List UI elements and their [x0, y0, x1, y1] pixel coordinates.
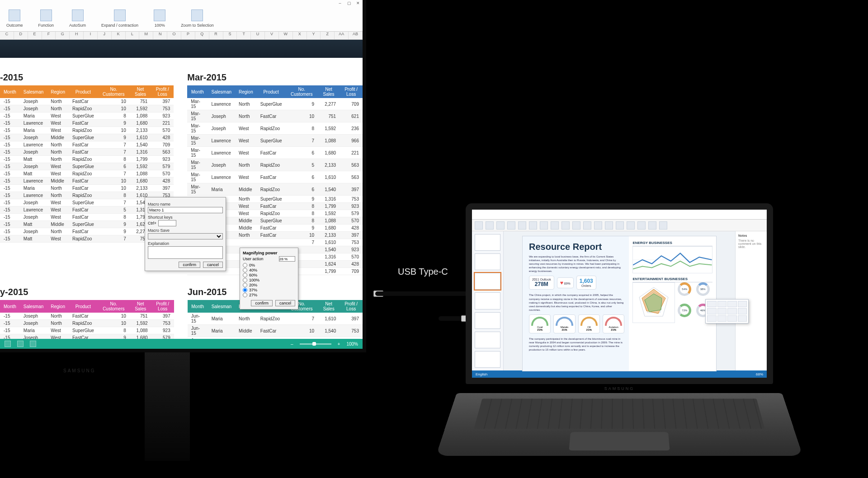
table-cell[interactable]: North: [47, 98, 69, 105]
table-cell[interactable]: Middle: [47, 349, 69, 353]
table-cell[interactable]: 9: [98, 349, 130, 353]
col-header-J[interactable]: J: [98, 32, 112, 39]
table-cell[interactable]: Joseph: [20, 98, 47, 105]
table-cell[interactable]: SuperGlue: [257, 135, 286, 147]
table-cell[interactable]: 1,610: [130, 349, 151, 353]
ribbon-btn[interactable]: [648, 221, 656, 230]
zoom-option[interactable]: 100%: [243, 278, 295, 282]
table-cell[interactable]: Matt: [20, 170, 47, 178]
table-row[interactable]: Mar-15LawrenceWestFastCar61,680221: [187, 147, 363, 159]
table-header[interactable]: Salesman: [20, 300, 47, 313]
table-cell[interactable]: SuperGlue: [69, 134, 98, 141]
table-cell[interactable]: Joseph: [20, 199, 47, 206]
macro-save-select[interactable]: [148, 233, 223, 239]
zoom-confirm-button[interactable]: confirm: [251, 300, 273, 306]
table-row[interactable]: -15MattWestRapidZoo71,088570: [0, 170, 174, 178]
table-cell[interactable]: Maria: [208, 183, 235, 196]
table-cell[interactable]: North: [235, 196, 257, 203]
table-cell[interactable]: 563: [340, 159, 363, 171]
table-header[interactable]: Region: [235, 85, 257, 98]
ribbon-btn[interactable]: [627, 221, 635, 230]
table-cell[interactable]: SuperGlue: [69, 349, 98, 353]
table-cell[interactable]: FastCar: [69, 149, 98, 156]
table-cell[interactable]: Joseph: [20, 163, 47, 170]
table-cell[interactable]: West: [47, 163, 69, 170]
slide-thumb[interactable]: [475, 351, 500, 368]
table-cell[interactable]: 1,592: [130, 105, 151, 112]
col-header-V[interactable]: V: [265, 32, 279, 39]
table-cell[interactable]: RapidZoo: [257, 159, 286, 171]
table-cell[interactable]: SuperGlue: [257, 196, 286, 203]
table-cell[interactable]: 1,540: [318, 325, 340, 337]
table-cell[interactable]: 1,540: [318, 246, 340, 253]
table-header[interactable]: Profit / Loss: [151, 300, 174, 313]
table-cell[interactable]: 5: [98, 206, 130, 214]
mini-tool-btn[interactable]: [727, 308, 737, 314]
table-cell[interactable]: 1,088: [318, 217, 340, 225]
ribbon-btn[interactable]: [551, 221, 559, 230]
col-header-AB[interactable]: AB: [349, 32, 363, 39]
table-cell[interactable]: Middle: [235, 183, 257, 196]
table-row[interactable]: -15LawrenceNorthFastCar71,540709: [0, 141, 174, 149]
table-cell[interactable]: -15: [0, 185, 20, 192]
zoom-cancel-button[interactable]: cancel: [275, 300, 295, 306]
table-cell[interactable]: 8: [98, 156, 130, 163]
col-header-K[interactable]: K: [112, 32, 126, 39]
zoom-radio[interactable]: [243, 263, 247, 267]
table-cell[interactable]: 1,088: [318, 135, 340, 147]
table-cell[interactable]: 570: [340, 217, 363, 225]
table-cell[interactable]: -15: [0, 349, 20, 353]
table-cell[interactable]: [235, 239, 257, 246]
table-cell[interactable]: West: [47, 214, 69, 221]
table-cell[interactable]: FastCar: [69, 120, 98, 127]
table-cell[interactable]: FastCar: [69, 141, 98, 149]
table-cell[interactable]: 1,088: [130, 170, 151, 178]
zoom-option[interactable]: 0%: [243, 263, 295, 267]
table-row[interactable]: -15MariaMiddleSuperGlue91,610428: [0, 349, 174, 353]
table-header[interactable]: Region: [47, 85, 69, 98]
table-cell[interactable]: North: [47, 105, 69, 112]
table-cell[interactable]: Jun-15: [188, 313, 208, 325]
col-header-P[interactable]: P: [181, 32, 195, 39]
view-page-icon[interactable]: [17, 341, 24, 347]
ribbon--[interactable]: 100%: [154, 9, 165, 28]
table-cell[interactable]: FastCar: [257, 325, 286, 337]
table-cell[interactable]: West: [47, 235, 69, 243]
table-cell[interactable]: 1,610: [318, 171, 340, 183]
table-cell[interactable]: SuperGlue: [69, 327, 98, 334]
table-cell[interactable]: Maria: [20, 127, 47, 134]
table-cell[interactable]: 2,133: [318, 159, 340, 171]
table-cell[interactable]: 10: [98, 105, 130, 112]
table-cell[interactable]: 10: [286, 110, 318, 122]
table-cell[interactable]: RapidZoo: [257, 210, 286, 217]
table-cell[interactable]: 1,624: [318, 261, 340, 268]
macro-shortcut-input[interactable]: [158, 220, 176, 226]
table-cell[interactable]: Jun-15: [188, 325, 208, 337]
table-cell[interactable]: 1,088: [130, 327, 151, 334]
table-cell[interactable]: West: [47, 112, 69, 120]
table-cell[interactable]: -15: [0, 199, 20, 206]
table-cell[interactable]: Joseph: [20, 214, 47, 221]
zoom-in-icon[interactable]: +: [338, 342, 340, 347]
table-cell[interactable]: 397: [151, 98, 174, 105]
table-cell[interactable]: Maria: [20, 112, 47, 120]
ribbon-btn[interactable]: [616, 221, 624, 230]
table-cell[interactable]: Lawrence: [208, 98, 235, 110]
table-cell[interactable]: 7: [286, 135, 318, 147]
table-cell[interactable]: 7: [98, 170, 130, 178]
table-cell[interactable]: 923: [340, 203, 363, 210]
table-cell[interactable]: -15: [0, 149, 20, 156]
col-header-AA[interactable]: AA: [335, 32, 349, 39]
table-header[interactable]: Month: [187, 85, 208, 98]
table-cell[interactable]: North: [235, 232, 257, 239]
mini-tool-btn[interactable]: [707, 308, 717, 314]
table-cell[interactable]: FastCar: [69, 98, 98, 105]
col-header-C[interactable]: C: [0, 32, 14, 39]
table-cell[interactable]: -15: [0, 163, 20, 170]
user-action-input[interactable]: [279, 256, 295, 262]
mini-tool-btn[interactable]: [707, 315, 717, 322]
ribbon-zoom-to-selection[interactable]: Zoom to Selection: [181, 9, 214, 28]
mini-tool-btn[interactable]: [738, 301, 747, 307]
table-cell[interactable]: Lawrence: [20, 206, 47, 214]
zoom-radio[interactable]: [243, 273, 247, 277]
